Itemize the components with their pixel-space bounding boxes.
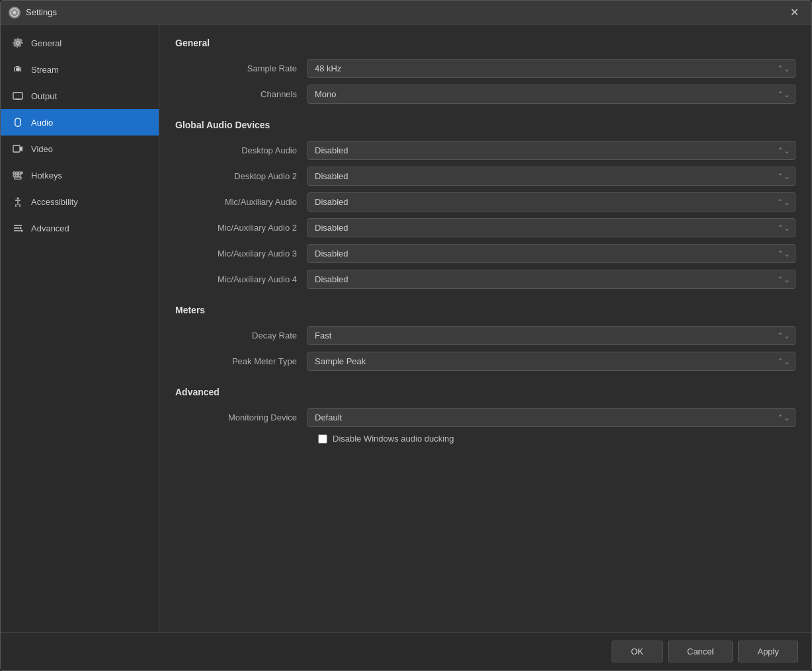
- sidebar: General Stream Output: [1, 24, 159, 632]
- hotkeys-icon: [11, 169, 24, 182]
- disable-audio-ducking-checkbox[interactable]: [318, 434, 327, 444]
- mic-aux-2-control: Disabled Default ⌃⌄: [307, 218, 795, 237]
- peak-meter-type-label: Peak Meter Type: [175, 356, 307, 366]
- desktop-audio-2-select[interactable]: Disabled Default: [307, 167, 795, 186]
- sidebar-item-output[interactable]: Output: [1, 83, 159, 109]
- sidebar-label-general: General: [31, 38, 61, 48]
- sidebar-item-accessibility[interactable]: Accessibility: [1, 188, 159, 215]
- mic-aux-4-select[interactable]: Disabled Default: [307, 270, 795, 289]
- svg-rect-3: [13, 93, 22, 99]
- mic-aux-row: Mic/Auxiliary Audio Disabled Default ⌃⌄: [175, 192, 795, 212]
- svg-rect-8: [19, 172, 20, 174]
- svg-point-1: [13, 11, 17, 14]
- sample-rate-select[interactable]: 44.1 kHz 48 kHz 96 kHz: [307, 59, 795, 78]
- monitoring-device-select[interactable]: Default: [307, 408, 795, 427]
- channels-row: Channels Mono Stereo 5.1 7.1 ⌃⌄: [175, 85, 795, 104]
- mic-aux-2-row: Mic/Auxiliary Audio 2 Disabled Default ⌃…: [175, 218, 795, 237]
- meters-section: Meters Decay Rate Fast Medium Slow ⌃⌄ Pe…: [175, 305, 795, 371]
- close-button[interactable]: ✕: [785, 3, 803, 22]
- peak-meter-type-row: Peak Meter Type Sample Peak True Peak ⌃⌄: [175, 352, 795, 371]
- sidebar-label-accessibility: Accessibility: [31, 197, 78, 207]
- app-icon: [9, 7, 20, 19]
- mic-aux-2-select[interactable]: Disabled Default: [307, 218, 795, 237]
- sidebar-item-stream[interactable]: Stream: [1, 56, 159, 83]
- svg-point-16: [21, 230, 23, 232]
- sidebar-label-output: Output: [31, 91, 57, 101]
- decay-rate-select[interactable]: Fast Medium Slow: [307, 326, 795, 345]
- sample-rate-label: Sample Rate: [175, 63, 307, 73]
- window-title: Settings: [26, 7, 57, 17]
- sidebar-item-video[interactable]: Video: [1, 136, 159, 162]
- channels-control: Mono Stereo 5.1 7.1 ⌃⌄: [307, 85, 795, 104]
- svg-point-15: [20, 227, 22, 229]
- sidebar-label-audio: Audio: [31, 118, 53, 128]
- svg-rect-10: [16, 175, 18, 177]
- channels-select[interactable]: Mono Stereo 5.1 7.1: [307, 85, 795, 104]
- svg-rect-5: [13, 145, 20, 152]
- sidebar-item-audio[interactable]: Audio: [1, 109, 159, 136]
- mic-aux-label: Mic/Auxiliary Audio: [175, 197, 307, 207]
- sidebar-label-hotkeys: Hotkeys: [31, 171, 62, 180]
- sidebar-item-advanced[interactable]: Advanced: [1, 215, 159, 241]
- advanced-section-title: Advanced: [175, 387, 795, 397]
- global-audio-devices-title: Global Audio Devices: [175, 120, 795, 130]
- desktop-audio-row: Desktop Audio Disabled Default ⌃⌄: [175, 141, 795, 160]
- mic-aux-3-row: Mic/Auxiliary Audio 3 Disabled Default ⌃…: [175, 244, 795, 263]
- disable-audio-ducking-row: Disable Windows audio ducking: [175, 434, 795, 444]
- ok-button[interactable]: OK: [612, 641, 663, 662]
- advanced-section: Advanced Monitoring Device Default ⌃⌄ Di…: [175, 387, 795, 444]
- gear-icon: [11, 36, 24, 50]
- mic-aux-3-select[interactable]: Disabled Default: [307, 244, 795, 263]
- sidebar-label-stream: Stream: [31, 65, 59, 75]
- channels-label: Channels: [175, 89, 307, 99]
- titlebar: Settings ✕: [1, 1, 811, 24]
- sidebar-item-hotkeys[interactable]: Hotkeys: [1, 162, 159, 188]
- cancel-button[interactable]: Cancel: [668, 641, 733, 662]
- sample-rate-control: 44.1 kHz 48 kHz 96 kHz ⌃⌄: [307, 59, 795, 78]
- peak-meter-type-control: Sample Peak True Peak ⌃⌄: [307, 352, 795, 371]
- mic-aux-select[interactable]: Disabled Default: [307, 192, 795, 212]
- apply-button[interactable]: Apply: [738, 641, 798, 662]
- global-audio-devices-section: Global Audio Devices Desktop Audio Disab…: [175, 120, 795, 289]
- accessibility-icon: [11, 195, 24, 208]
- svg-rect-9: [13, 175, 15, 177]
- desktop-audio-2-row: Desktop Audio 2 Disabled Default ⌃⌄: [175, 167, 795, 186]
- svg-rect-6: [13, 172, 15, 174]
- monitoring-device-label: Monitoring Device: [175, 413, 307, 422]
- desktop-audio-label: Desktop Audio: [175, 145, 307, 155]
- sidebar-item-general[interactable]: General: [1, 30, 159, 56]
- peak-meter-type-select[interactable]: Sample Peak True Peak: [307, 352, 795, 371]
- desktop-audio-select[interactable]: Disabled Default: [307, 141, 795, 160]
- mic-aux-4-control: Disabled Default ⌃⌄: [307, 270, 795, 289]
- general-section-title: General: [175, 38, 795, 48]
- decay-rate-row: Decay Rate Fast Medium Slow ⌃⌄: [175, 326, 795, 345]
- monitoring-device-row: Monitoring Device Default ⌃⌄: [175, 408, 795, 427]
- content-area: General Stream Output: [1, 24, 811, 632]
- decay-rate-label: Decay Rate: [175, 331, 307, 340]
- mic-aux-2-label: Mic/Auxiliary Audio 2: [175, 223, 307, 233]
- svg-rect-12: [15, 177, 21, 179]
- output-icon: [11, 89, 24, 102]
- svg-rect-11: [19, 175, 20, 177]
- decay-rate-control: Fast Medium Slow ⌃⌄: [307, 326, 795, 345]
- stream-icon: [11, 63, 24, 76]
- sample-rate-row: Sample Rate 44.1 kHz 48 kHz 96 kHz ⌃⌄: [175, 59, 795, 78]
- sidebar-label-advanced: Advanced: [31, 223, 69, 233]
- advanced-icon: [11, 221, 24, 235]
- video-icon: [11, 142, 24, 155]
- meters-section-title: Meters: [175, 305, 795, 315]
- svg-rect-7: [16, 172, 18, 174]
- mic-aux-4-label: Mic/Auxiliary Audio 4: [175, 274, 307, 284]
- footer: OK Cancel Apply: [1, 632, 811, 670]
- settings-window: Settings ✕ General: [0, 0, 812, 671]
- titlebar-left: Settings: [9, 7, 57, 19]
- mic-aux-control: Disabled Default ⌃⌄: [307, 192, 795, 212]
- main-panel: General Sample Rate 44.1 kHz 48 kHz 96 k…: [159, 24, 811, 632]
- disable-audio-ducking-label: Disable Windows audio ducking: [333, 434, 454, 444]
- desktop-audio-2-control: Disabled Default ⌃⌄: [307, 167, 795, 186]
- general-section: General Sample Rate 44.1 kHz 48 kHz 96 k…: [175, 38, 795, 104]
- desktop-audio-control: Disabled Default ⌃⌄: [307, 141, 795, 160]
- monitoring-device-control: Default ⌃⌄: [307, 408, 795, 427]
- svg-point-2: [16, 67, 20, 71]
- audio-icon: [11, 116, 24, 129]
